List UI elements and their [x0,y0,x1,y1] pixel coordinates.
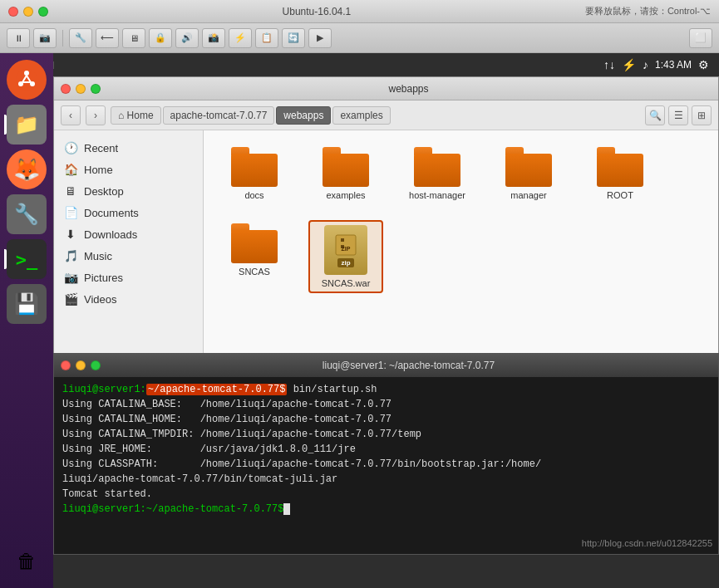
folder-sncas[interactable]: SNCAS [217,220,292,293]
file-sncas-war-label: SNCAS.war [322,278,371,288]
desktop-icon: 🖥 [64,184,77,198]
crumb-webapps[interactable]: webapps [276,106,331,125]
trash-icon[interactable]: 🗑 [7,541,47,581]
crumb-home[interactable]: ⌂ Home [111,106,161,125]
terminal-titlebar: liuqi@server1: ~/apache-tomcat-7.0.77 [54,354,718,377]
terminal-line-5: Using JRE_HOME: /usr/java/jdk1.8.0_111/j… [62,442,710,457]
ubuntu-icon[interactable] [7,60,47,100]
crumb-examples[interactable]: examples [332,106,390,125]
sidebar-item-music[interactable]: 🎵 Music [54,245,203,267]
sidebar-item-videos[interactable]: 🎬 Videos [54,288,203,310]
audio-tb-btn[interactable]: 🔊 [175,28,199,48]
close-button[interactable] [8,7,18,17]
prompt2-user: liuqi@server1: [62,503,146,515]
active-indicator [4,115,7,135]
lock-tb-btn[interactable]: 🔒 [149,28,172,48]
sidebar-label-documents: Documents [84,207,139,219]
camera-tb-btn[interactable]: 📸 [202,28,225,48]
folder-hm-icon [414,147,460,187]
window-controls[interactable] [8,7,48,17]
fm-back-btn[interactable]: ‹ [61,105,81,125]
folder-hm-label: host-manager [409,190,465,200]
screenshot-btn[interactable]: 📷 [33,28,57,48]
settings-tb-btn[interactable]: 🔧 [69,28,92,48]
output-7: liuqi/apache-tomcat-7.0.77/bin/tomcat-ju… [62,473,337,485]
sidebar-item-recent[interactable]: 🕐 Recent [54,137,203,159]
sidebar-item-desktop[interactable]: 🖥 Desktop [54,180,203,202]
sidebar-label-videos: Videos [84,293,117,306]
terminal-close-btn[interactable] [61,360,71,370]
folder-examples-icon [323,147,369,187]
files-icon[interactable]: 📁 [7,105,47,145]
sidebar-label-home: Home [84,164,113,176]
terminal-line-9: liuqi@server1:~/apache-tomcat-7.0.77$ [62,502,710,517]
zip-file-icon: ZIP zip [324,225,367,275]
usb-tb-btn[interactable]: ⚡ [229,28,252,48]
downloads-icon: ⬇ [64,228,77,241]
folder-docs-icon [231,147,278,187]
file-sncas-war[interactable]: ZIP zip SNCAS.war [308,220,383,293]
fm-close-btn[interactable] [61,84,71,94]
fm-forward-btn[interactable]: › [86,105,106,125]
folder-body [231,154,278,187]
maximize-button[interactable] [38,7,48,17]
display-tb-btn[interactable]: 🖥 [122,28,145,48]
sidebar-label-music: Music [84,250,112,262]
minimize-button[interactable] [23,7,33,17]
network-icon[interactable]: ↑↓ [603,58,615,71]
sync-tb-btn[interactable]: 🔄 [282,28,305,48]
firefox-icon[interactable]: 🦊 [7,149,47,189]
terminal-maximize-btn[interactable] [91,360,101,370]
home-icon: 🏠 [64,163,77,176]
output-5: Using JRE_HOME: /usr/java/jdk1.8.0_111/j… [62,443,356,455]
folder-examples-label: examples [326,190,365,200]
folder-sncas-icon [231,223,278,263]
terminal-icon[interactable]: >_ [7,239,47,279]
prompt1-user: liuqi@server1: [62,384,146,395]
drive-icon[interactable]: 💾 [7,284,47,324]
folder-root[interactable]: ROOT [583,144,657,203]
terminal-body[interactable]: liuqi@server1:~/apache-tomcat-7.0.77$ bi… [54,377,718,554]
fm-breadcrumb: ⌂ Home apache-tomcat-7.0.77 webapps exam… [111,106,391,125]
fm-nav-bar: ‹ › ⌂ Home apache-tomcat-7.0.77 webapps … [54,100,718,130]
fm-list-btn[interactable]: ☰ [668,105,688,125]
folder-docs[interactable]: docs [217,144,292,203]
sidebar-item-pictures[interactable]: 📷 Pictures [54,267,203,288]
fm-grid-btn[interactable]: ⊞ [692,105,712,125]
gear-icon[interactable]: ⚙ [698,58,709,71]
sidebar-item-documents[interactable]: 📄 Documents [54,202,203,223]
copy-tb-btn[interactable]: 📋 [255,28,278,48]
svg-rect-5 [341,238,344,242]
fm-minimize-btn[interactable] [76,84,86,94]
pictures-icon: 📷 [64,271,77,284]
arrow-tb-btn[interactable]: ▶ [308,28,332,48]
folder-manager[interactable]: manager [491,144,566,203]
fm-sidebar: 🕐 Recent 🏠 Home 🖥 Desktop 📄 Documents ⬇ … [54,130,204,358]
folder-examples[interactable]: examples [308,144,383,203]
settings-icon[interactable]: 🔧 [7,194,47,234]
folder-host-manager[interactable]: host-manager [400,144,475,203]
bluetooth-icon[interactable]: ⚡ [622,58,636,71]
folder-body3 [414,154,460,187]
sidebar-item-home[interactable]: 🏠 Home [54,159,203,180]
pause-btn[interactable]: ⏸ [7,28,30,48]
fm-maximize-btn[interactable] [91,84,101,94]
zip-label: zip [337,258,353,267]
back-tb-btn[interactable]: ⟵ [96,28,119,48]
window-title: Ubuntu-16.04.1 [48,6,585,17]
fm-content: docs examples host-manager [204,130,718,358]
output-2: Using CATALINA_BASE: /home/liuqi/apache-… [62,399,392,410]
fm-search-btn[interactable]: 🔍 [645,105,665,125]
crumb-tomcat[interactable]: apache-tomcat-7.0.77 [163,106,275,125]
terminal-line-2: Using CATALINA_BASE: /home/liuqi/apache-… [62,397,710,412]
prompt1-path: ~/apache-tomcat-7.0.77$ [146,384,288,395]
sep1 [62,30,63,47]
volume-icon[interactable]: ♪ [643,58,648,71]
maximize-tb-btn[interactable]: ⬜ [689,28,712,48]
system-tray: ↑↓ ⚡ ♪ 1:43 AM ⚙ [603,58,709,71]
terminal-minimize-btn[interactable] [76,360,86,370]
fm-title: webapps [106,83,712,95]
bottom-bar [0,555,719,588]
sidebar-item-downloads[interactable]: ⬇ Downloads [54,223,203,245]
sidebar-label-downloads: Downloads [84,228,137,241]
